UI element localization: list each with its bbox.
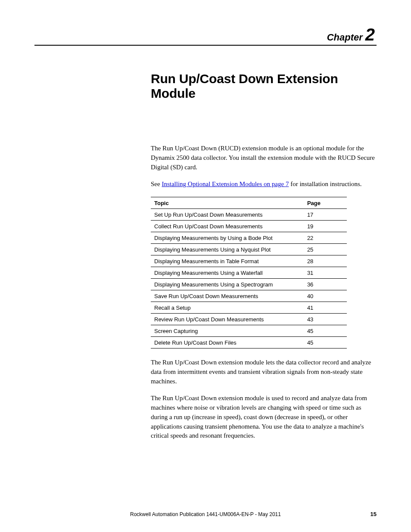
cell-page: 45: [304, 325, 347, 337]
main-content: Run Up/Coast Down Extension Module The R…: [151, 72, 375, 441]
cell-page: 36: [304, 279, 347, 290]
topic-table: Topic Page Set Up Run Up/Coast Down Meas…: [151, 197, 347, 348]
cell-page: 43: [304, 314, 347, 325]
cell-page: 19: [304, 221, 347, 232]
page-container: Chapter2 Run Up/Coast Down Extension Mod…: [0, 0, 411, 532]
cell-page: 17: [304, 209, 347, 221]
cell-page: 41: [304, 302, 347, 314]
cell-topic: Collect Run Up/Coast Down Measurements: [151, 221, 304, 232]
see-prefix: See: [151, 180, 162, 187]
table-row: Displaying Measurements in Table Format2…: [151, 255, 347, 267]
table-row: Displaying Measurements by Using a Bode …: [151, 232, 347, 244]
cell-topic: Displaying Measurements by Using a Bode …: [151, 232, 304, 244]
cell-page: 40: [304, 290, 347, 302]
cell-page: 22: [304, 232, 347, 244]
table-row: Review Run Up/Coast Down Measurements43: [151, 314, 347, 325]
publication-info: Rockwell Automation Publication 1441-UM0…: [130, 511, 281, 517]
cell-topic: Save Run Up/Coast Down Measurements: [151, 290, 304, 302]
cell-topic: Set Up Run Up/Coast Down Measurements: [151, 209, 304, 221]
header-page: Page: [304, 197, 347, 209]
cell-page: 28: [304, 255, 347, 267]
see-paragraph: See Installing Optional Extension Module…: [151, 180, 375, 189]
table-row: Displaying Measurements Using a Spectrog…: [151, 279, 347, 290]
table-row: Set Up Run Up/Coast Down Measurements17: [151, 209, 347, 221]
header-topic: Topic: [151, 197, 304, 209]
page-number: 15: [371, 511, 377, 517]
body-paragraph-2: The Run Up/Coast Down extension module l…: [151, 358, 375, 386]
cell-topic: Displaying Measurements Using a Waterfal…: [151, 267, 304, 279]
cell-topic: Screen Capturing: [151, 325, 304, 337]
table-row: Displaying Measurements Using a Waterfal…: [151, 267, 347, 279]
cell-page: 25: [304, 244, 347, 255]
cell-page: 45: [304, 337, 347, 348]
cell-topic: Delete Run Up/Coast Down Files: [151, 337, 304, 348]
cell-page: 31: [304, 267, 347, 279]
table-header-row: Topic Page: [151, 197, 347, 209]
cell-topic: Review Run Up/Coast Down Measurements: [151, 314, 304, 325]
cell-topic: Displaying Measurements in Table Format: [151, 255, 304, 267]
cell-topic: Displaying Measurements Using a Nyquist …: [151, 244, 304, 255]
intro-paragraph: The Run Up/Coast Down (RUCD) extension m…: [151, 144, 375, 172]
see-link[interactable]: Installing Optional Extension Modules on…: [162, 180, 289, 187]
chapter-word: Chapter: [327, 32, 363, 43]
cell-topic: Displaying Measurements Using a Spectrog…: [151, 279, 304, 290]
cell-topic: Recall a Setup: [151, 302, 304, 314]
table-row: Screen Capturing45: [151, 325, 347, 337]
chapter-number: 2: [365, 25, 375, 44]
body-paragraph-3: The Run Up/Coast Down extension module i…: [151, 394, 375, 441]
chapter-rule: [34, 45, 377, 46]
table-row: Displaying Measurements Using a Nyquist …: [151, 244, 347, 255]
table-row: Save Run Up/Coast Down Measurements40: [151, 290, 347, 302]
see-suffix: for installation instructions.: [289, 180, 361, 187]
chapter-label: Chapter2: [34, 26, 377, 43]
table-row: Collect Run Up/Coast Down Measurements19: [151, 221, 347, 232]
page-footer: Rockwell Automation Publication 1441-UM0…: [34, 511, 377, 517]
table-row: Delete Run Up/Coast Down Files45: [151, 337, 347, 348]
table-row: Recall a Setup41: [151, 302, 347, 314]
page-title: Run Up/Coast Down Extension Module: [151, 72, 375, 101]
